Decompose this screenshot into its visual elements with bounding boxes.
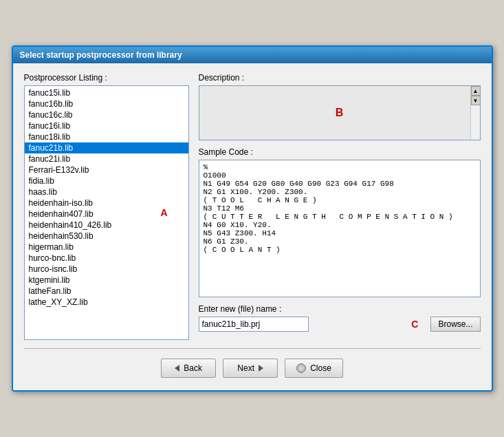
list-item[interactable]: fanuc18i.lib	[25, 131, 188, 142]
new-file-wrapper: C	[199, 317, 426, 332]
right-column: Description : ▲ ▼ B Sample Code : % O100…	[199, 73, 481, 340]
dialog-title: Select startup postprocessor from librar…	[20, 50, 182, 60]
list-item[interactable]: heidenhain410_426.lib	[25, 220, 188, 231]
description-scroll-up[interactable]: ▲	[471, 86, 481, 96]
close-button[interactable]: Close	[285, 359, 343, 378]
browse-button[interactable]: Browse...	[430, 317, 480, 332]
description-scrollbar[interactable]: ▲ ▼	[470, 86, 480, 140]
list-item[interactable]: fidia.lib	[25, 175, 188, 186]
list-item[interactable]: higerman.lib	[25, 242, 188, 253]
postprocessor-listing-label: Postprocessor Listing :	[24, 73, 189, 83]
list-item[interactable]: fanuc16i.lib	[25, 120, 188, 131]
description-b-annotation: B	[336, 107, 344, 119]
back-label: Back	[184, 363, 202, 373]
new-file-label: Enter new (file) name :	[199, 304, 481, 314]
title-bar: Select startup postprocessor from librar…	[13, 47, 492, 63]
dialog-body: Postprocessor Listing : fanuc15i.libfanu…	[13, 63, 492, 390]
list-item[interactable]: fanuc15i.lib	[25, 87, 188, 98]
left-column: Postprocessor Listing : fanuc15i.libfanu…	[24, 73, 189, 340]
list-item[interactable]: ktgemini.lib	[25, 275, 188, 286]
list-item[interactable]: Ferrari-E132v.lib	[25, 164, 188, 175]
list-item[interactable]: heidenhain530.lib	[25, 231, 188, 242]
label-c-annotation: C	[411, 319, 418, 330]
list-item[interactable]: fanuc21b.lib	[25, 142, 188, 153]
code-box-container: % O1000 N1 G49 G54 G20 G80 G40 G90 G23 G…	[199, 160, 481, 297]
list-item[interactable]: fanuc16b.lib	[25, 98, 188, 109]
description-scroll-down[interactable]: ▼	[471, 96, 481, 105]
postprocessor-listbox[interactable]: fanuc15i.libfanuc16b.libfanuc16c.libfanu…	[25, 86, 188, 339]
description-label: Description :	[199, 73, 481, 83]
list-item[interactable]: lathe_XY_XZ.lib	[25, 297, 188, 308]
next-label: Next	[237, 363, 254, 373]
new-file-input[interactable]	[199, 317, 309, 332]
next-button[interactable]: Next	[223, 359, 278, 378]
listbox-container: fanuc15i.libfanuc16b.libfanuc16c.libfanu…	[24, 85, 189, 340]
back-arrow-icon	[175, 365, 179, 372]
close-label: Close	[310, 363, 331, 373]
footer: Back Next Close	[24, 354, 481, 383]
new-file-input-row: C Browse...	[199, 317, 481, 332]
list-item[interactable]: latheFan.lib	[25, 286, 188, 297]
back-button[interactable]: Back	[161, 359, 216, 378]
list-item[interactable]: heidenhain407.lib	[25, 209, 188, 220]
list-item[interactable]: heidenhain-iso.lib	[25, 198, 188, 209]
footer-divider	[24, 348, 481, 349]
sample-code-box[interactable]: % O1000 N1 G49 G54 G20 G80 G40 G90 G23 G…	[199, 160, 480, 297]
list-item[interactable]: hurco-bnc.lib	[25, 253, 188, 264]
list-item[interactable]: hurco-isnc.lib	[25, 264, 188, 275]
select-postprocessor-dialog: Select startup postprocessor from librar…	[12, 45, 493, 392]
close-circle-icon	[296, 363, 306, 373]
list-item[interactable]: fanuc21i.lib	[25, 153, 188, 164]
new-file-row: Enter new (file) name : C Browse...	[199, 304, 481, 332]
main-content: Postprocessor Listing : fanuc15i.libfanu…	[24, 73, 481, 340]
list-item[interactable]: fanuc16c.lib	[25, 109, 188, 120]
list-item[interactable]: haas.lib	[25, 186, 188, 198]
next-arrow-icon	[259, 365, 263, 372]
description-box: ▲ ▼ B	[199, 85, 481, 140]
sample-code-label: Sample Code :	[199, 147, 481, 157]
